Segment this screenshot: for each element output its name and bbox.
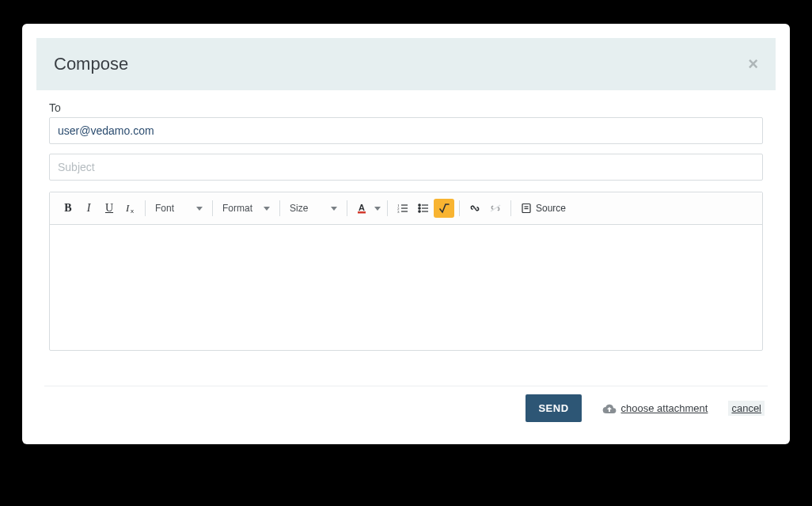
to-input[interactable] xyxy=(49,117,763,144)
cancel-button[interactable]: cancel xyxy=(728,401,765,416)
svg-text:A: A xyxy=(359,203,365,212)
svg-text:x: x xyxy=(131,207,134,214)
source-icon xyxy=(521,203,532,214)
editor-toolbar: B I U I x Font Format xyxy=(50,192,762,225)
svg-rect-3 xyxy=(358,211,366,214)
format-dropdown[interactable]: Format xyxy=(218,200,275,217)
toolbar-separator xyxy=(145,200,146,216)
subject-input[interactable] xyxy=(49,154,763,181)
remove-format-button[interactable]: I x xyxy=(120,199,140,218)
svg-text:1: 1 xyxy=(397,204,400,207)
text-color-button[interactable]: A xyxy=(352,199,373,218)
format-dropdown-label: Format xyxy=(222,203,252,214)
caret-icon xyxy=(374,207,381,211)
source-button-label: Source xyxy=(536,203,566,214)
text-color-caret[interactable] xyxy=(373,207,382,211)
svg-text:I: I xyxy=(125,203,130,214)
compose-form: To B I U I x Font xyxy=(22,90,790,351)
svg-point-10 xyxy=(419,204,420,206)
compose-dialog: Compose × To B I U I x xyxy=(22,24,790,444)
caret-icon xyxy=(196,207,203,211)
dialog-header: Compose × xyxy=(36,38,776,90)
bold-button[interactable]: B xyxy=(58,199,78,218)
close-icon[interactable]: × xyxy=(748,55,758,73)
svg-text:3: 3 xyxy=(397,210,400,214)
dialog-footer: SEND choose attachment cancel xyxy=(22,386,790,422)
unordered-list-button[interactable] xyxy=(413,199,434,218)
font-dropdown-label: Font xyxy=(155,203,174,214)
font-dropdown[interactable]: Font xyxy=(150,200,207,217)
toolbar-separator xyxy=(212,200,213,216)
to-field-group: To xyxy=(49,101,763,144)
size-dropdown[interactable]: Size xyxy=(285,200,342,217)
ordered-list-button[interactable]: 1 2 3 xyxy=(393,199,413,218)
message-body[interactable] xyxy=(50,225,762,348)
cloud-upload-icon xyxy=(602,403,617,414)
toolbar-separator xyxy=(510,200,511,216)
toolbar-separator xyxy=(279,200,280,216)
link-button[interactable] xyxy=(465,199,485,218)
choose-attachment-label: choose attachment xyxy=(621,402,708,414)
italic-button[interactable]: I xyxy=(78,199,99,218)
to-label: To xyxy=(49,101,763,114)
caret-icon xyxy=(331,207,337,211)
rich-editor: B I U I x Font Format xyxy=(49,192,763,351)
toolbar-separator xyxy=(347,200,347,216)
svg-point-12 xyxy=(419,207,420,209)
dialog-title: Compose xyxy=(54,54,128,74)
source-button[interactable]: Source xyxy=(516,200,571,217)
size-dropdown-label: Size xyxy=(290,203,308,214)
unlink-button[interactable] xyxy=(485,199,506,218)
subject-field-group xyxy=(49,154,763,181)
send-button[interactable]: SEND xyxy=(526,394,581,422)
toolbar-separator xyxy=(459,200,460,216)
math-button[interactable] xyxy=(434,199,454,218)
toolbar-separator xyxy=(387,200,388,216)
caret-icon xyxy=(264,207,270,211)
underline-button[interactable]: U xyxy=(99,199,120,218)
svg-text:2: 2 xyxy=(397,207,400,211)
svg-line-16 xyxy=(491,205,500,211)
svg-point-14 xyxy=(419,211,420,212)
choose-attachment-button[interactable]: choose attachment xyxy=(602,402,708,414)
